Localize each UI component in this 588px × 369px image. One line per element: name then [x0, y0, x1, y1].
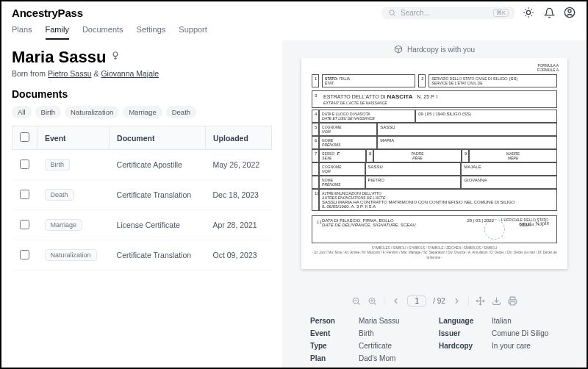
doc-uploaded: Dec 18, 2023: [205, 180, 271, 210]
svg-line-1: [394, 14, 395, 15]
svg-line-9: [525, 15, 526, 16]
search-placeholder: Search...: [401, 9, 430, 17]
svg-point-13: [113, 52, 118, 57]
doc-name: Certificate Translation: [110, 180, 206, 210]
next-page-icon[interactable]: [452, 296, 462, 306]
documents-heading: Documents: [12, 88, 272, 100]
move-icon[interactable]: [476, 296, 485, 306]
nav-documents[interactable]: Documents: [82, 22, 123, 40]
meta-issuer-k: Issuer: [439, 329, 486, 337]
nav-support[interactable]: Support: [179, 22, 207, 40]
search-kbd: ⌘K: [493, 9, 509, 17]
filter-marriage[interactable]: Marriage: [123, 106, 162, 118]
search-icon: [388, 9, 396, 17]
col-event: Event: [37, 126, 110, 150]
doc-name: License Certificate: [110, 210, 206, 240]
page-total: / 92: [433, 297, 445, 305]
document-metadata: PersonMaria Sassu LanguageItalian EventB…: [282, 311, 587, 369]
hardcopy-status-bar: Hardcopy is with you: [282, 40, 587, 58]
meta-issuer-v: Comune Di Siligo: [492, 329, 566, 337]
page-title: Maria Sassu: [12, 48, 106, 67]
row-checkbox[interactable]: [20, 250, 29, 259]
select-all-checkbox[interactable]: [20, 132, 29, 142]
user-avatar-icon[interactable]: [563, 6, 576, 19]
meta-hardcopy-v: In your care: [492, 342, 566, 350]
doc-uploaded: Apr 28, 2021: [205, 210, 271, 240]
doc-name: Certificate Apostille: [110, 150, 206, 180]
svg-line-5: [525, 9, 526, 10]
svg-line-19: [358, 303, 359, 304]
table-row[interactable]: Marriage License Certificate Apr 28, 202…: [12, 210, 272, 240]
filter-birth[interactable]: Birth: [35, 106, 62, 118]
born-from-line: Born from Pietro Sassu & Giovanna Majale: [12, 69, 272, 78]
meta-event-v: Birth: [359, 329, 433, 337]
table-row[interactable]: Naturalization Certificate Translation O…: [12, 240, 272, 271]
col-document: Document: [110, 126, 206, 150]
meta-language-v: Italian: [492, 317, 566, 325]
svg-line-10: [531, 9, 532, 10]
zoom-out-icon[interactable]: [351, 296, 361, 306]
meta-person-v: Maria Sassu: [359, 317, 433, 325]
document-page: FORMULA A FORMULE A 1 STATO: ITALIA ÉTAT…: [301, 58, 567, 269]
svg-line-6: [531, 15, 532, 16]
nav-plans[interactable]: Plans: [12, 22, 32, 40]
row-checkbox[interactable]: [20, 220, 29, 229]
event-badge: Death: [45, 189, 74, 201]
parent-link-2[interactable]: Giovanna Majale: [101, 69, 159, 78]
nav-family[interactable]: Family: [46, 22, 69, 40]
page-number-input[interactable]: 1: [407, 295, 426, 307]
nav-settings[interactable]: Settings: [137, 22, 166, 40]
meta-plan-k: Plan: [310, 354, 353, 362]
bell-icon[interactable]: [542, 6, 556, 19]
documents-table: Event Document Uploaded Birth Certificat…: [12, 126, 272, 271]
doc-uploaded: May 26, 2022: [205, 150, 271, 180]
filter-death[interactable]: Death: [166, 106, 196, 118]
svg-rect-27: [510, 302, 515, 305]
svg-line-23: [374, 303, 376, 304]
main-nav: Plans Family Documents Settings Support: [1, 19, 587, 40]
prev-page-icon[interactable]: [391, 296, 401, 306]
meta-plan-v: Dad's Mom: [359, 354, 433, 362]
document-preview: FORMULA A FORMULE A 1 STATO: ITALIA ÉTAT…: [282, 58, 587, 291]
search-input[interactable]: Search... ⌘K: [382, 7, 514, 19]
theme-icon[interactable]: [522, 6, 535, 19]
doc-name: Certificate Translation: [110, 240, 206, 271]
filter-naturalization[interactable]: Naturalization: [65, 106, 119, 118]
meta-hardcopy-k: Hardcopy: [439, 342, 486, 350]
female-icon: [110, 51, 121, 64]
viewer-toolbar: 1 / 92: [282, 291, 587, 311]
svg-point-12: [568, 10, 571, 12]
meta-event-k: Event: [310, 329, 353, 337]
parent-link-1[interactable]: Pietro Sassu: [48, 69, 92, 78]
print-icon[interactable]: [508, 296, 517, 306]
filter-all[interactable]: All: [12, 106, 32, 118]
zoom-in-icon[interactable]: [368, 296, 377, 306]
formula-label: FORMULA A FORMULE A: [537, 64, 559, 72]
row-checkbox[interactable]: [20, 190, 29, 199]
download-icon[interactable]: [492, 296, 501, 306]
meta-person-k: Person: [310, 317, 353, 325]
table-row[interactable]: Death Certificate Translation Dec 18, 20…: [12, 180, 272, 210]
meta-language-k: Language: [439, 317, 486, 325]
col-uploaded: Uploaded: [205, 126, 271, 150]
event-badge: Naturalization: [45, 249, 97, 261]
row-checkbox[interactable]: [20, 160, 29, 169]
svg-point-2: [526, 10, 530, 14]
meta-type-k: Type: [310, 342, 353, 350]
event-badge: Marriage: [45, 219, 83, 231]
doc-uploaded: Oct 09, 2023: [205, 240, 271, 271]
package-icon: [394, 45, 403, 54]
table-row[interactable]: Birth Certificate Apostille May 26, 2022: [12, 150, 272, 180]
brand-logo: AncestryPass: [12, 7, 83, 19]
svg-point-0: [390, 10, 394, 14]
meta-type-v: Certificate: [359, 342, 433, 350]
event-badge: Birth: [45, 159, 71, 171]
